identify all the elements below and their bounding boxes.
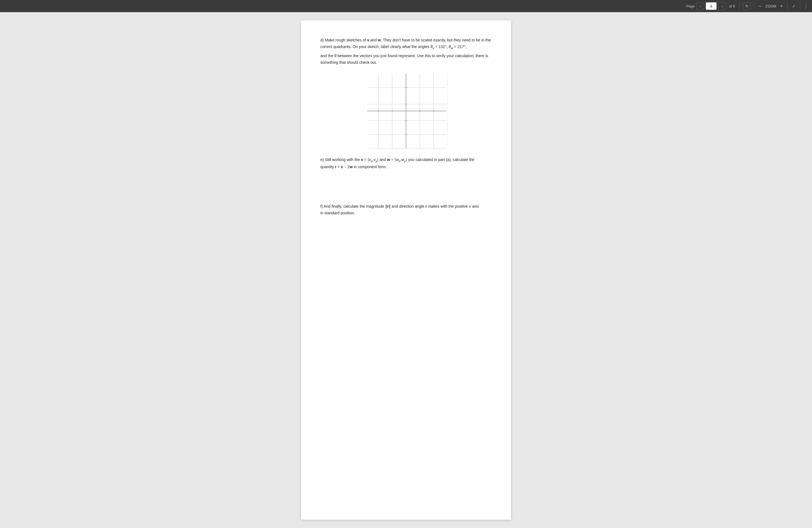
divider4 <box>800 3 800 10</box>
document-page: d) Make rough sketches of v and w. They … <box>301 20 511 520</box>
next-page-button[interactable]: › <box>719 2 726 10</box>
prev-page-button[interactable]: ‹ <box>696 2 704 10</box>
f-x-axis: x <box>469 204 471 208</box>
sketch-grid-area <box>320 71 492 151</box>
part-d-text2: and the θ between the vectors you just f… <box>320 53 492 66</box>
page-label: Page <box>686 4 695 8</box>
sketch-grid <box>365 71 447 151</box>
e-r-bold: r <box>335 165 336 169</box>
divider <box>739 3 740 10</box>
part-d-text1: d) Make rough sketches of v and w. They … <box>320 37 492 50</box>
w-bold: w <box>378 38 381 42</box>
page-area: d) Make rough sketches of v and w. They … <box>0 12 812 528</box>
zoom-out-button[interactable]: − <box>758 3 763 9</box>
zoom-label: ZOOM <box>765 4 776 8</box>
page-input[interactable] <box>706 2 717 10</box>
fullscreen-button[interactable]: ⤢ <box>791 4 797 8</box>
e-v-bold: v <box>361 157 363 162</box>
theta-v: θv <box>430 44 434 49</box>
part-f-section: f) And finally, calculate the magnitude … <box>320 203 492 217</box>
part-f-text1: f) And finally, calculate the magnitude … <box>320 203 492 210</box>
toolbar: Page ‹ › of 9 ↻ − ZOOM + ⤢ ⋮ <box>0 0 812 12</box>
theta-between: θ <box>334 54 337 58</box>
part-e-section: e) Still working with the v = ⟨vx,vy⟩ an… <box>320 157 492 170</box>
f-r-bold: r <box>387 204 389 208</box>
part-e-quantity: quantity r = v − 2w in component form. <box>320 164 492 171</box>
divider3 <box>787 3 788 10</box>
zoom-in-button[interactable]: + <box>779 3 784 9</box>
refresh-button[interactable]: ↻ <box>743 2 751 10</box>
divider2 <box>754 3 754 10</box>
f-r-dir: r <box>425 204 427 208</box>
v-bold: v <box>367 38 369 42</box>
e-w-bold: w <box>387 157 390 162</box>
theta-w: θw <box>449 44 453 49</box>
more-options-button[interactable]: ⋮ <box>803 3 809 9</box>
total-pages: of 9 <box>729 4 735 8</box>
part-f-text2: in standard position. <box>320 210 492 217</box>
part-d-section: d) Make rough sketches of v and w. They … <box>320 37 492 66</box>
part-e-text: e) Still working with the v = ⟨vx,vy⟩ an… <box>320 157 492 164</box>
